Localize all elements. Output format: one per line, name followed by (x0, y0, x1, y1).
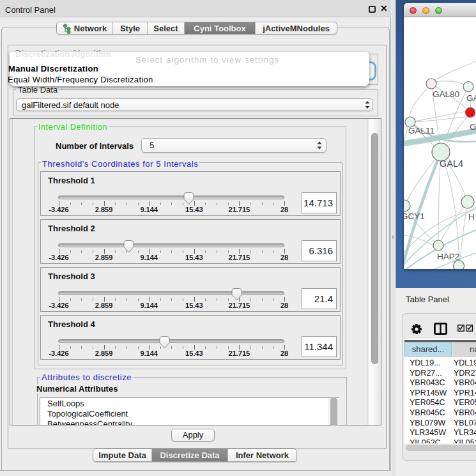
svg-text:GAL11: GAL11 (408, 126, 434, 135)
svg-text:G: G (470, 122, 476, 132)
svg-text:HAP2: HAP2 (437, 252, 459, 261)
svg-text:GAL4: GAL4 (440, 158, 463, 169)
svg-text:GAL80: GAL80 (433, 89, 459, 99)
svg-text:GCY1: GCY1 (404, 211, 425, 221)
svg-text:H: H (468, 212, 475, 222)
svg-text:GA: GA (466, 93, 476, 103)
